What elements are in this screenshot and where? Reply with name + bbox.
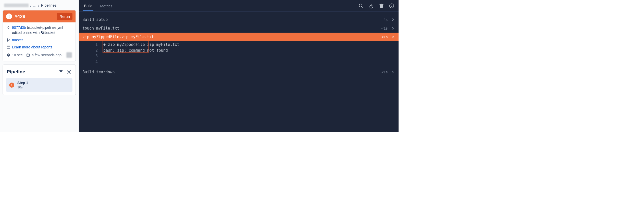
svg-rect-9 xyxy=(27,54,30,57)
breadcrumb-ellipsis[interactable]: ... xyxy=(33,3,36,7)
log-command: Build setup xyxy=(82,17,383,22)
log-row[interactable]: touch myFile.txt <1s xyxy=(79,24,399,33)
commit-hash-link[interactable]: 9077d3b xyxy=(12,25,26,30)
log-duration: <1s xyxy=(381,70,388,74)
log-duration: 4s xyxy=(383,18,388,22)
log-row[interactable]: Build teardown <1s xyxy=(79,68,399,76)
rerun-button[interactable]: Rerun xyxy=(57,13,72,20)
breadcrumb-sep: / xyxy=(38,3,39,7)
breadcrumb: / ... / Pipelines xyxy=(3,3,76,10)
clock-icon xyxy=(7,53,10,57)
log-command: Build teardown xyxy=(82,70,381,74)
log-command: touch myFile.txt xyxy=(82,26,381,31)
console-panel: Build Metrics Build setup 4s touch myFil… xyxy=(79,0,399,132)
log-output-line: 3 xyxy=(79,53,399,59)
svg-rect-17 xyxy=(381,4,382,4)
svg-point-5 xyxy=(9,39,10,40)
status-failed-icon: ! xyxy=(6,14,12,19)
log-output-line: 1+ zip myZippedFile.zip myFile.txt xyxy=(79,42,399,48)
trash-icon[interactable] xyxy=(379,3,384,9)
svg-point-14 xyxy=(359,4,362,7)
svg-point-13 xyxy=(69,71,70,73)
log-command: zip myZippedFile.zip myFile.txt xyxy=(82,35,381,39)
svg-point-0 xyxy=(8,27,9,28)
console-tabs-bar: Build Metrics xyxy=(79,0,399,12)
svg-rect-6 xyxy=(7,46,10,48)
log-row-failed[interactable]: zip myZippedFile.zip myFile.txt <1s xyxy=(79,33,399,41)
tab-build[interactable]: Build xyxy=(83,1,93,11)
tab-metrics[interactable]: Metrics xyxy=(99,1,113,11)
duration-value: 10 sec xyxy=(12,53,22,57)
log-duration: <1s xyxy=(381,35,388,39)
log-body: Build setup 4s touch myFile.txt <1s zip … xyxy=(79,12,399,76)
meta-row: 10 sec a few seconds ago xyxy=(7,52,72,58)
log-output-text: bash: zip: command not found xyxy=(103,48,168,54)
avatar[interactable] xyxy=(66,52,72,58)
branch-row: master xyxy=(7,37,72,43)
branch-icon xyxy=(7,38,10,42)
gear-icon[interactable] xyxy=(66,69,72,75)
step-duration: 10s xyxy=(17,85,28,89)
breadcrumb-project-redacted[interactable] xyxy=(4,4,29,7)
step-failed-icon: ! xyxy=(9,83,14,88)
calendar-icon xyxy=(26,53,30,57)
run-header: ! #429 Rerun xyxy=(3,10,76,22)
log-output-text: + zip myZippedFile.zip myFile.txt xyxy=(103,42,179,48)
branch-link[interactable]: master xyxy=(12,37,23,43)
download-icon[interactable] xyxy=(368,3,374,9)
search-icon[interactable] xyxy=(358,3,364,9)
breadcrumb-sep: / xyxy=(30,3,31,7)
reports-link[interactable]: Learn more about reports xyxy=(12,45,52,50)
pipeline-title: Pipeline xyxy=(7,69,25,75)
commit-icon xyxy=(7,26,10,29)
pipeline-header: Pipeline xyxy=(6,68,72,78)
notifications-icon[interactable] xyxy=(58,69,64,75)
chevron-right-icon xyxy=(391,18,394,21)
log-row[interactable]: Build setup 4s xyxy=(79,15,399,24)
log-duration: <1s xyxy=(381,26,388,30)
relative-time: a few seconds ago xyxy=(32,53,61,57)
log-output-line: 2bash: zip: command not found xyxy=(79,48,399,54)
report-icon xyxy=(7,45,10,49)
run-body: 9077d3b bitbucket-pipelines.yml edited o… xyxy=(3,22,76,61)
pipeline-card: Pipeline ! Step 1 10s xyxy=(3,64,76,95)
run-card: ! #429 Rerun 9077d3b bitbucket-pipelines… xyxy=(3,10,76,61)
chevron-right-icon xyxy=(391,27,394,30)
svg-line-15 xyxy=(362,6,363,8)
svg-point-4 xyxy=(7,41,8,42)
svg-point-20 xyxy=(391,5,392,5)
reports-row: Learn more about reports xyxy=(7,45,72,50)
chevron-right-icon xyxy=(391,71,394,74)
info-icon[interactable] xyxy=(389,3,394,9)
step-name: Step 1 xyxy=(17,81,28,85)
sidebar: / ... / Pipelines ! #429 Rerun 9077d3b b… xyxy=(0,0,79,132)
pipeline-step[interactable]: ! Step 1 10s xyxy=(6,78,72,92)
run-number: #429 xyxy=(15,14,54,19)
chevron-down-icon xyxy=(391,35,394,38)
commit-row: 9077d3b bitbucket-pipelines.yml edited o… xyxy=(7,25,72,35)
breadcrumb-current[interactable]: Pipelines xyxy=(41,3,57,7)
log-output-line: 4 xyxy=(79,59,399,65)
svg-point-3 xyxy=(7,38,8,39)
log-output: 1+ zip myZippedFile.zip myFile.txt 2bash… xyxy=(79,41,399,66)
